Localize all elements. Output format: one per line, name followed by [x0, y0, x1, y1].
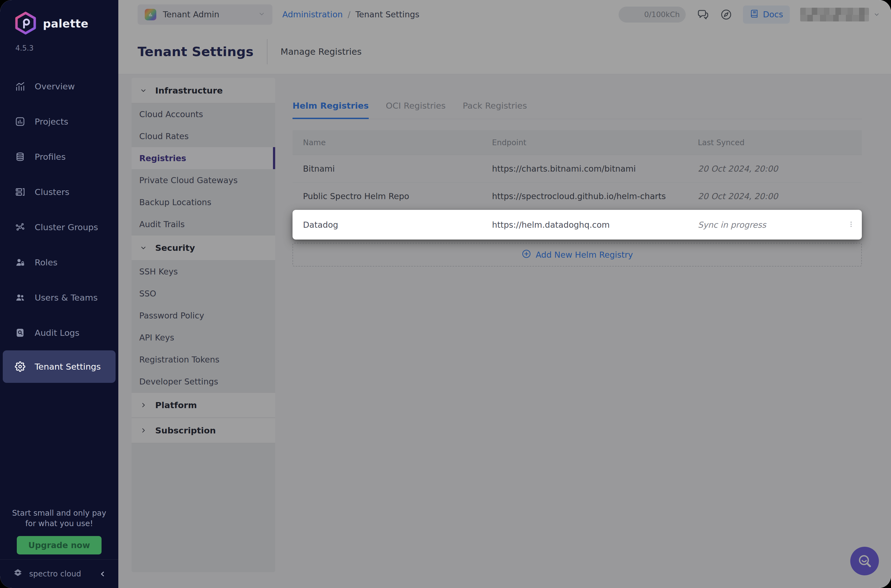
sidebar-item-projects[interactable]: Projects — [0, 104, 118, 139]
tab-oci-registries[interactable]: OCI Registries — [386, 100, 446, 119]
column-header-endpoint: Endpoint — [482, 138, 687, 147]
bar-chart-icon — [15, 81, 25, 92]
spectro-cloud-wordmark: spectro cloud — [29, 569, 81, 578]
table-header-row: Name Endpoint Last Synced — [293, 130, 862, 155]
registry-endpoint: https://helm.datadoghq.com — [482, 220, 687, 230]
sidebar-item-label: Overview — [35, 81, 75, 91]
users-icon — [15, 292, 25, 303]
docs-button[interactable]: Docs — [743, 6, 790, 24]
user-name-redacted — [800, 8, 869, 21]
palette-logo-icon — [15, 12, 36, 36]
registry-endpoint: https://spectrocloud.github.io/helm-char… — [482, 191, 687, 201]
sidebar-item-overview[interactable]: Overview — [0, 69, 118, 104]
breadcrumb-separator: / — [348, 10, 350, 19]
brand-logo: palette — [0, 0, 118, 36]
docs-label: Docs — [763, 10, 783, 19]
settings-nav-item-registration-tokens[interactable]: Registration Tokens — [132, 348, 275, 370]
user-lock-icon — [15, 257, 25, 268]
settings-nav-item-audit-trails[interactable]: Audit Trails — [132, 213, 275, 235]
add-new-helm-registry-label: Add New Helm Registry — [536, 250, 633, 260]
content-area: Infrastructure Cloud Accounts Cloud Rate… — [118, 74, 891, 588]
collapse-sidebar-icon[interactable] — [99, 570, 107, 578]
chevron-right-icon — [140, 427, 147, 434]
sidebar-item-cluster-groups[interactable]: Cluster Groups — [0, 210, 118, 245]
layers-icon — [15, 152, 25, 162]
sidebar-footer: spectro cloud — [0, 560, 118, 588]
settings-nav-item-cloud-accounts[interactable]: Cloud Accounts — [132, 103, 275, 125]
usage-meter: 0/100kCh — [619, 7, 686, 22]
chat-icon[interactable] — [696, 8, 709, 21]
section-infrastructure[interactable]: Infrastructure — [132, 78, 275, 103]
sidebar-item-roles[interactable]: Roles — [0, 245, 118, 280]
breadcrumb: Administration / Tenant Settings — [282, 10, 419, 19]
registry-endpoint: https://charts.bitnami.com/bitnami — [482, 164, 687, 174]
section-label: Subscription — [155, 426, 216, 435]
registry-last-synced: 20 Oct 2024, 20:00 — [687, 191, 862, 201]
sidebar-item-clusters[interactable]: Clusters — [0, 174, 118, 210]
section-platform[interactable]: Platform — [132, 393, 275, 418]
brand-name: palette — [43, 17, 88, 30]
sidebar-item-label: Users & Teams — [35, 292, 98, 303]
document-search-icon — [15, 327, 25, 338]
settings-nav: Infrastructure Cloud Accounts Cloud Rate… — [132, 78, 275, 572]
upgrade-now-button[interactable]: Upgrade now — [17, 536, 102, 555]
main-area: Tenant Admin Administration / Tenant Set… — [118, 0, 891, 588]
registry-sync-status: Sync in progress — [687, 220, 862, 230]
page-title: Tenant Settings — [138, 44, 254, 59]
sidebar-item-profiles[interactable]: Profiles — [0, 139, 118, 174]
sidebar-item-users-teams[interactable]: Users & Teams — [0, 280, 118, 315]
search-icon — [857, 553, 872, 569]
settings-nav-item-sso[interactable]: SSO — [132, 282, 275, 304]
section-security[interactable]: Security — [132, 235, 275, 261]
sidebar-item-label: Profiles — [35, 152, 66, 162]
registry-name: Bitnami — [293, 164, 482, 174]
network-nodes-icon — [15, 222, 25, 232]
tab-helm-registries[interactable]: Helm Registries — [293, 100, 369, 119]
app-version: 4.5.3 — [0, 36, 118, 52]
user-menu[interactable] — [800, 8, 880, 21]
project-scope-selector[interactable]: Tenant Admin — [138, 4, 272, 25]
tab-pack-registries[interactable]: Pack Registries — [463, 100, 527, 119]
table-row-bitnami[interactable]: Bitnami https://charts.bitnami.com/bitna… — [293, 155, 862, 182]
settings-nav-item-cloud-rates[interactable]: Cloud Rates — [132, 125, 275, 147]
upsell-text-line1: Start small and only pay — [0, 508, 118, 518]
breadcrumb-administration[interactable]: Administration — [282, 10, 343, 19]
topbar-right: 0/100kCh — [619, 6, 880, 24]
settings-nav-item-registries[interactable]: Registries — [132, 147, 275, 169]
sidebar: palette 4.5.3 Overview Projects — [0, 0, 118, 588]
table-row-datadog[interactable]: Datadog https://helm.datadoghq.com Sync … — [293, 210, 862, 240]
add-new-helm-registry-button[interactable]: Add New Helm Registry — [293, 243, 862, 267]
sidebar-item-audit-logs[interactable]: Audit Logs — [0, 315, 118, 350]
spectro-cloud-logo-icon — [12, 567, 24, 581]
sidebar-item-label: Roles — [35, 257, 57, 267]
settings-nav-item-developer-settings[interactable]: Developer Settings — [132, 370, 275, 393]
sidebar-item-label: Projects — [35, 117, 68, 126]
table-row-public-spectro-helm-repo[interactable]: Public Spectro Helm Repo https://spectro… — [293, 182, 862, 210]
registry-name: Public Spectro Helm Repo — [293, 191, 482, 201]
sidebar-item-tenant-settings[interactable]: Tenant Settings — [3, 350, 116, 383]
registries-table: Name Endpoint Last Synced Bitnami https:… — [293, 130, 862, 267]
upsell-text-line2: for what you use! — [0, 518, 118, 529]
project-scope-label: Tenant Admin — [163, 10, 251, 19]
plus-circle-icon — [521, 249, 531, 261]
registry-name: Datadog — [293, 220, 482, 230]
column-header-name: Name — [293, 138, 482, 147]
page-subtitle: Manage Registries — [281, 46, 362, 57]
chevron-right-icon — [140, 402, 147, 409]
settings-nav-item-private-cloud-gateways[interactable]: Private Cloud Gateways — [132, 169, 275, 191]
page-header: Tenant Settings Manage Registries — [118, 29, 891, 74]
settings-nav-item-api-keys[interactable]: API Keys — [132, 327, 275, 348]
settings-nav-item-password-policy[interactable]: Password Policy — [132, 304, 275, 327]
gear-icon — [15, 362, 25, 372]
section-label: Security — [155, 243, 195, 253]
title-divider — [267, 39, 267, 64]
settings-nav-item-backup-locations[interactable]: Backup Locations — [132, 191, 275, 213]
settings-nav-item-ssh-keys[interactable]: SSH Keys — [132, 261, 275, 282]
search-fab-button[interactable] — [850, 547, 879, 575]
column-header-last-synced: Last Synced — [687, 138, 862, 147]
row-actions-kebab-icon[interactable] — [843, 217, 859, 232]
section-subscription[interactable]: Subscription — [132, 418, 275, 443]
topbar: Tenant Admin Administration / Tenant Set… — [118, 0, 891, 29]
compass-icon[interactable] — [720, 8, 733, 21]
projects-chart-icon — [15, 116, 25, 127]
